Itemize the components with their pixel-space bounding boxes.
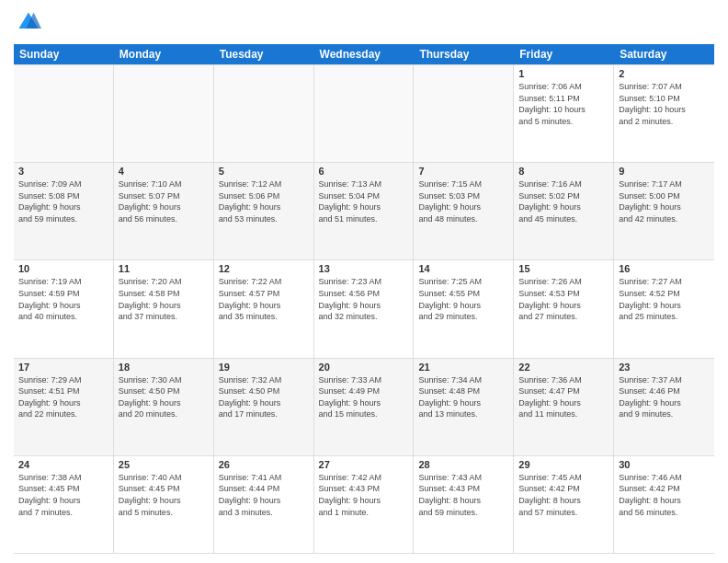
week-row-3: 10Sunrise: 7:19 AMSunset: 4:59 PMDayligh…: [14, 260, 714, 358]
empty-cell: [314, 65, 415, 162]
day-number: 23: [619, 362, 710, 373]
day-number: 22: [518, 362, 609, 373]
day-number: 4: [119, 166, 209, 177]
day-info: Sunrise: 7:19 AMSunset: 4:59 PMDaylight:…: [18, 276, 108, 322]
day-info: Sunrise: 7:46 AMSunset: 4:42 PMDaylight:…: [619, 472, 710, 518]
day-info: Sunrise: 7:16 AMSunset: 5:02 PMDaylight:…: [518, 178, 609, 224]
day-cell-6: 6Sunrise: 7:13 AMSunset: 5:04 PMDaylight…: [314, 163, 415, 259]
day-cell-22: 22Sunrise: 7:36 AMSunset: 4:47 PMDayligh…: [514, 359, 614, 455]
logo: [14, 9, 41, 39]
day-cell-26: 26Sunrise: 7:41 AMSunset: 4:44 PMDayligh…: [214, 456, 314, 553]
day-number: 25: [119, 459, 209, 470]
day-info: Sunrise: 7:41 AMSunset: 4:44 PMDaylight:…: [219, 472, 309, 518]
day-info: Sunrise: 7:20 AMSunset: 4:58 PMDaylight:…: [119, 276, 209, 322]
day-info: Sunrise: 7:29 AMSunset: 4:51 PMDaylight:…: [18, 374, 108, 420]
day-cell-13: 13Sunrise: 7:23 AMSunset: 4:56 PMDayligh…: [314, 260, 415, 357]
day-number: 18: [119, 362, 209, 373]
day-info: Sunrise: 7:23 AMSunset: 4:56 PMDaylight:…: [319, 276, 409, 322]
empty-cell: [114, 65, 214, 162]
day-cell-17: 17Sunrise: 7:29 AMSunset: 4:51 PMDayligh…: [14, 359, 114, 455]
calendar-body: 1Sunrise: 7:06 AMSunset: 5:11 PMDaylight…: [14, 64, 714, 554]
day-number: 29: [518, 459, 609, 470]
day-cell-29: 29Sunrise: 7:45 AMSunset: 4:42 PMDayligh…: [514, 456, 614, 553]
day-number: 13: [319, 263, 409, 274]
day-number: 26: [219, 459, 309, 470]
day-info: Sunrise: 7:26 AMSunset: 4:53 PMDaylight:…: [518, 276, 609, 322]
day-number: 14: [418, 263, 508, 274]
day-number: 3: [18, 166, 108, 177]
day-number: 21: [418, 362, 508, 373]
calendar-header: SundayMondayTuesdayWednesdayThursdayFrid…: [14, 44, 714, 64]
week-row-1: 1Sunrise: 7:06 AMSunset: 5:11 PMDaylight…: [14, 64, 714, 163]
day-number: 6: [319, 166, 409, 177]
day-cell-4: 4Sunrise: 7:10 AMSunset: 5:07 PMDaylight…: [114, 163, 214, 259]
day-info: Sunrise: 7:07 AMSunset: 5:10 PMDaylight:…: [619, 81, 710, 127]
week-row-4: 17Sunrise: 7:29 AMSunset: 4:51 PMDayligh…: [14, 359, 714, 456]
day-cell-27: 27Sunrise: 7:42 AMSunset: 4:43 PMDayligh…: [314, 456, 415, 553]
day-info: Sunrise: 7:40 AMSunset: 4:45 PMDaylight:…: [119, 472, 209, 518]
page: SundayMondayTuesdayWednesdayThursdayFrid…: [0, 0, 728, 563]
day-cell-24: 24Sunrise: 7:38 AMSunset: 4:45 PMDayligh…: [14, 456, 114, 553]
day-cell-25: 25Sunrise: 7:40 AMSunset: 4:45 PMDayligh…: [114, 456, 214, 553]
header-day-friday: Friday: [514, 44, 614, 64]
day-cell-15: 15Sunrise: 7:26 AMSunset: 4:53 PMDayligh…: [514, 260, 614, 357]
day-cell-18: 18Sunrise: 7:30 AMSunset: 4:50 PMDayligh…: [114, 359, 214, 455]
day-info: Sunrise: 7:15 AMSunset: 5:03 PMDaylight:…: [418, 178, 508, 224]
day-cell-10: 10Sunrise: 7:19 AMSunset: 4:59 PMDayligh…: [14, 260, 114, 357]
day-cell-19: 19Sunrise: 7:32 AMSunset: 4:50 PMDayligh…: [214, 359, 314, 455]
day-info: Sunrise: 7:33 AMSunset: 4:49 PMDaylight:…: [319, 374, 409, 420]
day-number: 24: [18, 459, 108, 470]
day-number: 28: [418, 459, 508, 470]
day-cell-7: 7Sunrise: 7:15 AMSunset: 5:03 PMDaylight…: [414, 163, 514, 259]
day-info: Sunrise: 7:37 AMSunset: 4:46 PMDaylight:…: [619, 374, 710, 420]
day-number: 5: [219, 166, 309, 177]
day-info: Sunrise: 7:42 AMSunset: 4:43 PMDaylight:…: [319, 472, 409, 518]
header-day-monday: Monday: [114, 44, 214, 64]
week-row-2: 3Sunrise: 7:09 AMSunset: 5:08 PMDaylight…: [14, 163, 714, 260]
day-number: 17: [18, 362, 108, 373]
day-number: 27: [319, 459, 409, 470]
day-number: 7: [418, 166, 508, 177]
day-info: Sunrise: 7:13 AMSunset: 5:04 PMDaylight:…: [319, 178, 409, 224]
day-cell-28: 28Sunrise: 7:43 AMSunset: 4:43 PMDayligh…: [414, 456, 514, 553]
day-cell-8: 8Sunrise: 7:16 AMSunset: 5:02 PMDaylight…: [514, 163, 614, 259]
day-number: 15: [518, 263, 609, 274]
header-day-saturday: Saturday: [614, 44, 714, 64]
day-info: Sunrise: 7:32 AMSunset: 4:50 PMDaylight:…: [219, 374, 309, 420]
day-number: 10: [18, 263, 108, 274]
day-number: 30: [619, 459, 710, 470]
day-info: Sunrise: 7:09 AMSunset: 5:08 PMDaylight:…: [18, 178, 108, 224]
day-cell-20: 20Sunrise: 7:33 AMSunset: 4:49 PMDayligh…: [314, 359, 415, 455]
day-cell-30: 30Sunrise: 7:46 AMSunset: 4:42 PMDayligh…: [614, 456, 714, 553]
empty-cell: [414, 65, 514, 162]
day-cell-11: 11Sunrise: 7:20 AMSunset: 4:58 PMDayligh…: [114, 260, 214, 357]
header-day-wednesday: Wednesday: [314, 44, 415, 64]
day-info: Sunrise: 7:43 AMSunset: 4:43 PMDaylight:…: [418, 472, 508, 518]
day-info: Sunrise: 7:10 AMSunset: 5:07 PMDaylight:…: [119, 178, 209, 224]
day-number: 19: [219, 362, 309, 373]
header-day-sunday: Sunday: [14, 44, 114, 64]
day-info: Sunrise: 7:06 AMSunset: 5:11 PMDaylight:…: [518, 81, 609, 127]
day-info: Sunrise: 7:12 AMSunset: 5:06 PMDaylight:…: [219, 178, 309, 224]
day-info: Sunrise: 7:34 AMSunset: 4:48 PMDaylight:…: [418, 374, 508, 420]
logo-icon: [16, 9, 41, 35]
day-cell-9: 9Sunrise: 7:17 AMSunset: 5:00 PMDaylight…: [614, 163, 714, 259]
day-cell-5: 5Sunrise: 7:12 AMSunset: 5:06 PMDaylight…: [214, 163, 314, 259]
day-cell-23: 23Sunrise: 7:37 AMSunset: 4:46 PMDayligh…: [614, 359, 714, 455]
day-number: 20: [319, 362, 409, 373]
day-info: Sunrise: 7:36 AMSunset: 4:47 PMDaylight:…: [518, 374, 609, 420]
day-cell-2: 2Sunrise: 7:07 AMSunset: 5:10 PMDaylight…: [614, 65, 714, 162]
day-cell-12: 12Sunrise: 7:22 AMSunset: 4:57 PMDayligh…: [214, 260, 314, 357]
header-day-tuesday: Tuesday: [214, 44, 314, 64]
day-info: Sunrise: 7:30 AMSunset: 4:50 PMDaylight:…: [119, 374, 209, 420]
day-cell-1: 1Sunrise: 7:06 AMSunset: 5:11 PMDaylight…: [514, 65, 614, 162]
empty-cell: [214, 65, 314, 162]
day-cell-21: 21Sunrise: 7:34 AMSunset: 4:48 PMDayligh…: [414, 359, 514, 455]
day-cell-3: 3Sunrise: 7:09 AMSunset: 5:08 PMDaylight…: [14, 163, 114, 259]
day-number: 11: [119, 263, 209, 274]
day-number: 9: [619, 166, 710, 177]
day-number: 1: [518, 68, 609, 79]
day-info: Sunrise: 7:45 AMSunset: 4:42 PMDaylight:…: [518, 472, 609, 518]
day-number: 12: [219, 263, 309, 274]
day-number: 16: [619, 263, 710, 274]
